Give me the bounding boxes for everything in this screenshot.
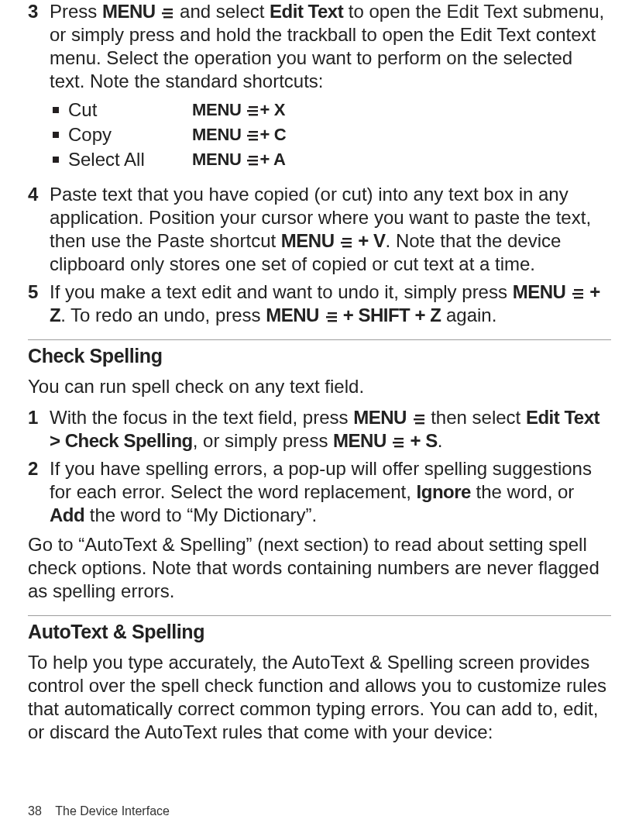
svg-rect-22 — [414, 418, 424, 420]
svg-rect-15 — [574, 289, 583, 291]
bold-text: Edit Text — [270, 1, 343, 22]
shortcut-list: CutMENU + XCopyMENU + CSelect AllMENU + … — [50, 98, 611, 172]
svg-rect-21 — [415, 415, 424, 416]
bold-text: Ignore — [417, 481, 471, 502]
step-number: 3 — [28, 0, 50, 178]
step-body: With the focus in the text field, press … — [50, 406, 611, 453]
menu-icon — [412, 413, 426, 425]
svg-rect-25 — [393, 442, 404, 443]
svg-rect-26 — [394, 446, 404, 447]
step-body: If you make a text edit and want to undo… — [50, 281, 611, 327]
section-outro: Go to “AutoText & Spelling” (next sectio… — [28, 533, 611, 603]
svg-rect-5 — [249, 114, 258, 115]
page-number: 38 — [28, 804, 42, 818]
bold-text: MENU — [353, 407, 407, 428]
svg-rect-3 — [249, 106, 258, 108]
svg-rect-23 — [415, 422, 424, 424]
step-body: If you have spelling errors, a pop-up wi… — [50, 457, 611, 527]
square-bullet-icon — [53, 107, 59, 113]
list-item: 4Paste text that you have copied (or cut… — [28, 183, 611, 276]
shortcut-item: CutMENU + X — [50, 98, 611, 122]
shortcut-combo: MENU + A — [192, 147, 286, 172]
shortcut-combo: MENU + C — [192, 122, 286, 147]
bold-text: MENU — [281, 230, 335, 251]
shortcut-combo: MENU + X — [192, 98, 285, 122]
svg-rect-16 — [572, 293, 583, 294]
bold-text: + V — [353, 230, 385, 251]
square-bullet-icon — [53, 157, 59, 163]
steps-list-a: 3Press MENU and select Edit Text to open… — [28, 0, 611, 327]
section-divider — [28, 615, 611, 616]
svg-rect-8 — [249, 139, 258, 140]
svg-rect-12 — [342, 238, 352, 239]
svg-rect-0 — [163, 9, 173, 10]
section-divider — [28, 339, 611, 340]
steps-list-b: 1With the focus in the text field, press… — [28, 406, 611, 527]
menu-icon — [246, 129, 259, 142]
bold-text: + S — [405, 430, 437, 451]
bold-text: MENU — [102, 1, 156, 22]
step-body: Paste text that you have copied (or cut)… — [50, 183, 611, 276]
svg-rect-24 — [394, 438, 404, 439]
svg-rect-6 — [249, 131, 258, 133]
bold-text: Add — [50, 504, 84, 525]
page-footer: 38 The Device Interface — [28, 804, 170, 818]
bold-text: Edit Text > Check Spelling — [50, 407, 599, 451]
list-item: 3Press MENU and select Edit Text to open… — [28, 0, 611, 178]
svg-rect-4 — [247, 110, 258, 112]
menu-icon — [160, 7, 174, 19]
section-heading-autotext: AutoText & Spelling — [28, 621, 611, 643]
manual-page: 3Press MENU and select Edit Text to open… — [0, 0, 639, 840]
menu-icon — [391, 436, 405, 449]
shortcut-label: Cut — [68, 98, 192, 122]
svg-rect-10 — [247, 160, 258, 161]
svg-rect-1 — [162, 12, 173, 14]
footer-title: The Device Interface — [55, 804, 170, 818]
svg-rect-14 — [342, 246, 352, 247]
list-item: 1With the focus in the text field, press… — [28, 406, 611, 453]
step-number: 1 — [28, 406, 50, 453]
bold-text: + Z — [410, 305, 441, 325]
svg-rect-2 — [163, 16, 173, 18]
shortcut-item: CopyMENU + C — [50, 122, 611, 147]
bold-text: MENU — [513, 281, 566, 302]
bold-text: + SHIFT — [338, 305, 411, 325]
menu-icon — [246, 154, 259, 167]
list-item: 5If you make a text edit and want to und… — [28, 281, 611, 327]
section-intro: To help you type accurately, the AutoTex… — [28, 651, 611, 744]
step-number: 5 — [28, 281, 50, 327]
svg-rect-11 — [249, 164, 258, 165]
menu-icon — [571, 287, 585, 300]
section-heading-check-spelling: Check Spelling — [28, 345, 611, 367]
shortcut-item: Select AllMENU + A — [50, 147, 611, 172]
menu-icon — [246, 105, 259, 117]
svg-rect-13 — [341, 242, 352, 243]
shortcut-label: Copy — [68, 122, 192, 147]
svg-rect-18 — [328, 312, 337, 314]
step-number: 4 — [28, 183, 50, 276]
svg-rect-20 — [328, 320, 337, 322]
step-number: 2 — [28, 457, 50, 527]
step-body: Press MENU and select Edit Text to open … — [50, 0, 611, 178]
bold-text: MENU — [333, 430, 386, 451]
section-intro: You can run spell check on any text fiel… — [28, 375, 611, 398]
shortcut-label: Select All — [68, 147, 192, 172]
menu-icon — [325, 311, 338, 323]
list-item: 2If you have spelling errors, a pop-up w… — [28, 457, 611, 527]
svg-rect-19 — [326, 316, 337, 318]
svg-rect-17 — [574, 297, 583, 298]
bold-text: MENU — [266, 305, 319, 325]
menu-icon — [339, 236, 353, 249]
svg-rect-7 — [247, 135, 258, 136]
svg-rect-9 — [249, 156, 258, 157]
square-bullet-icon — [53, 132, 59, 138]
